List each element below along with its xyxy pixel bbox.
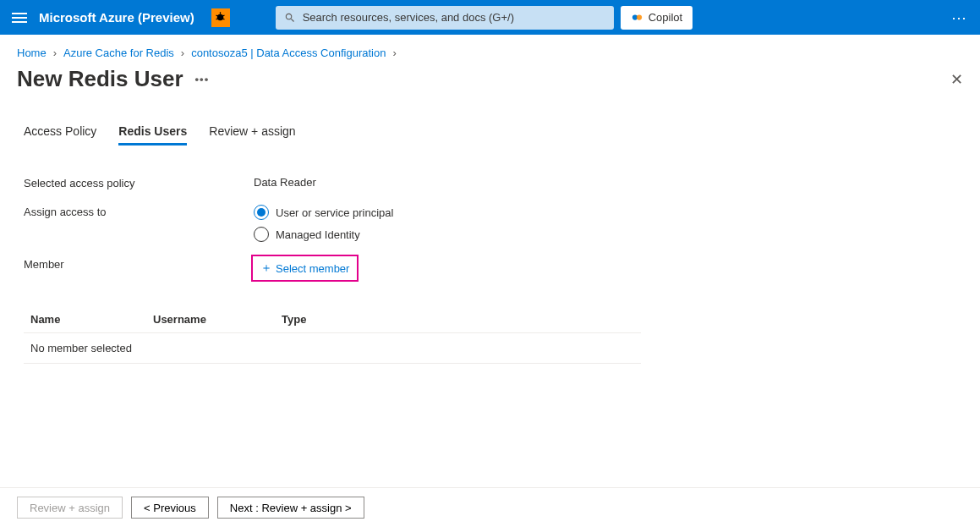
- row-assign-access: Assign access to User or service princip…: [24, 205, 956, 242]
- member-label: Member: [24, 257, 254, 279]
- footer-bar: Review + assign < Previous Next : Review…: [0, 487, 980, 527]
- radio-unselected-icon: [254, 227, 269, 242]
- tab-access-policy[interactable]: Access Policy: [24, 124, 96, 145]
- plus-icon: ＋: [260, 261, 272, 276]
- radio-managed-identity[interactable]: Managed Identity: [254, 227, 393, 242]
- col-name: Name: [30, 313, 153, 326]
- col-type: Type: [282, 313, 634, 326]
- breadcrumb-resource[interactable]: contosoza5 | Data Access Configuration: [191, 47, 386, 59]
- copilot-button[interactable]: Copilot: [621, 6, 693, 30]
- assign-access-radios: User or service principal Managed Identi…: [254, 205, 393, 242]
- members-table: Name Username Type No member selected: [24, 306, 641, 364]
- select-member-label: Select member: [276, 262, 349, 275]
- breadcrumb: Home › Azure Cache for Redis › contosoza…: [0, 35, 980, 64]
- search-input[interactable]: Search resources, services, and docs (G+…: [276, 6, 614, 30]
- topbar: Microsoft Azure (Preview) Search resourc…: [0, 0, 980, 35]
- radio-user-label: User or service principal: [276, 206, 393, 219]
- chevron-right-icon: ›: [181, 47, 184, 59]
- radio-selected-icon: [254, 205, 269, 220]
- selected-policy-label: Selected access policy: [24, 176, 254, 189]
- table-empty-row: No member selected: [24, 333, 641, 364]
- table-header: Name Username Type: [24, 306, 641, 333]
- col-username: Username: [153, 313, 282, 326]
- copilot-icon: [631, 11, 643, 24]
- radio-identity-label: Managed Identity: [276, 228, 360, 241]
- tab-redis-users[interactable]: Redis Users: [118, 124, 187, 145]
- row-selected-policy: Selected access policy Data Reader: [24, 176, 956, 189]
- breadcrumb-cache[interactable]: Azure Cache for Redis: [63, 47, 174, 59]
- breadcrumb-home[interactable]: Home: [17, 47, 47, 59]
- radio-user-principal[interactable]: User or service principal: [254, 205, 393, 220]
- svg-point-0: [217, 14, 224, 21]
- page-more-icon[interactable]: •••: [195, 73, 210, 85]
- row-member: Member ＋ Select member: [24, 257, 956, 279]
- menu-icon[interactable]: [12, 13, 27, 23]
- search-icon: [284, 12, 296, 24]
- preview-bug-icon[interactable]: [211, 8, 230, 27]
- close-icon[interactable]: ✕: [950, 70, 963, 89]
- select-member-button[interactable]: ＋ Select member: [254, 257, 356, 279]
- page-header: New Redis User ••• ✕: [0, 64, 980, 99]
- content: Access Policy Redis Users Review + assig…: [0, 99, 980, 364]
- chevron-right-icon: ›: [53, 47, 57, 59]
- svg-point-7: [637, 14, 642, 19]
- review-assign-button: Review + assign: [17, 497, 123, 519]
- chevron-right-icon: ›: [392, 47, 396, 59]
- assign-access-label: Assign access to: [24, 205, 254, 242]
- copilot-label: Copilot: [649, 11, 682, 24]
- selected-policy-value: Data Reader: [254, 176, 316, 189]
- topbar-more-icon[interactable]: ⋯: [951, 8, 968, 27]
- tab-review-assign[interactable]: Review + assign: [209, 124, 295, 145]
- brand-label: Microsoft Azure (Preview): [39, 10, 194, 25]
- page-title: New Redis User: [17, 66, 183, 92]
- previous-button[interactable]: < Previous: [131, 497, 209, 519]
- search-placeholder: Search resources, services, and docs (G+…: [303, 11, 514, 24]
- search-wrap: Search resources, services, and docs (G+…: [276, 6, 693, 30]
- next-button[interactable]: Next : Review + assign >: [217, 497, 364, 519]
- tabs: Access Policy Redis Users Review + assig…: [24, 124, 956, 145]
